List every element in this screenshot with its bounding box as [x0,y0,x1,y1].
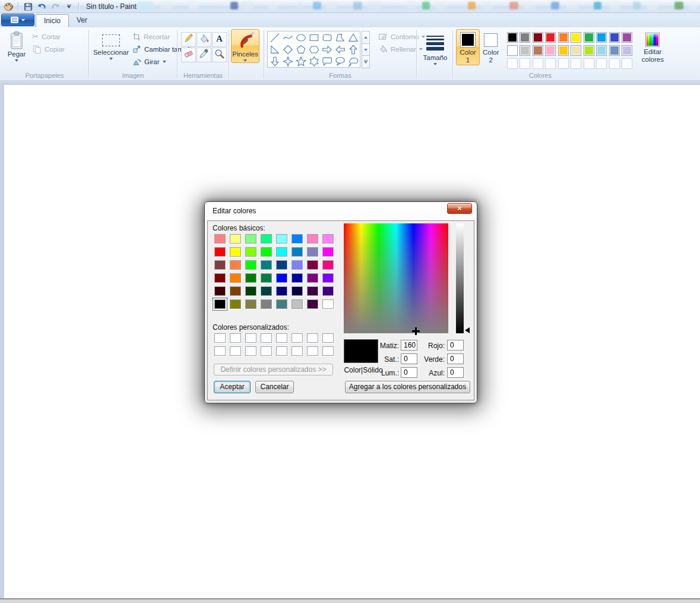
basic-color-swatch[interactable] [276,234,287,244]
palette-empty-slot[interactable] [520,58,530,69]
custom-color-swatch[interactable] [292,346,303,356]
basic-color-swatch[interactable] [245,286,256,296]
shape-rounded-rectangle[interactable] [321,31,334,43]
palette-swatch[interactable] [558,45,569,56]
paste-button[interactable]: Pegar [4,29,30,63]
basic-color-swatch[interactable] [307,299,318,309]
shape-triangle[interactable] [347,31,360,43]
palette-swatch[interactable] [584,45,594,56]
basic-color-swatch[interactable] [230,260,241,270]
palette-swatch[interactable] [533,32,543,43]
green-field[interactable]: 0 [447,353,464,364]
title-bar[interactable]: Sin título - Paint [0,0,700,13]
basic-color-swatch[interactable] [245,273,256,283]
red-field[interactable]: 0 [447,340,464,351]
palette-empty-slot[interactable] [507,58,518,69]
redo-button[interactable] [49,1,61,12]
basic-color-swatch[interactable] [214,286,226,296]
basic-color-swatch[interactable] [322,247,334,257]
palette-empty-slot[interactable] [622,58,632,69]
custom-color-swatch[interactable] [276,346,287,356]
basic-color-swatch[interactable] [230,286,241,296]
custom-color-swatch[interactable] [307,333,318,343]
custom-color-swatch[interactable] [322,333,334,343]
cut-button[interactable]: ✂ Cortar [30,30,67,43]
tool-color-picker-button[interactable] [197,48,211,62]
palette-empty-slot[interactable] [609,58,620,69]
basic-color-swatch[interactable] [214,260,226,270]
qat-customize-dropdown-button[interactable] [63,1,75,12]
palette-swatch[interactable] [609,32,620,43]
basic-color-swatch[interactable] [292,286,303,296]
basic-color-swatch[interactable] [261,299,272,309]
basic-color-swatch[interactable] [261,234,272,244]
basic-color-swatch[interactable] [276,260,287,270]
basic-color-swatch[interactable] [261,286,272,296]
shape-pentagon[interactable] [294,43,308,55]
basic-color-swatch[interactable] [322,260,334,270]
custom-color-swatch[interactable] [230,346,241,356]
shape-arrow-up[interactable] [347,43,360,55]
custom-color-swatch[interactable] [245,346,256,356]
basic-color-swatch[interactable] [276,273,287,283]
basic-color-swatch[interactable] [292,234,303,244]
basic-color-swatch[interactable] [276,286,287,296]
luminance-slider-arrow-icon[interactable] [465,327,470,333]
shape-line[interactable] [268,31,281,43]
shape-callout-oval[interactable] [334,55,347,67]
tool-magnifier-button[interactable] [212,48,227,62]
palette-empty-slot[interactable] [558,58,569,69]
basic-color-swatch[interactable] [292,247,303,257]
shape-arrow-right[interactable] [321,43,334,55]
palette-swatch[interactable] [545,32,556,43]
shape-arrow-down[interactable] [268,55,281,67]
tool-text-button[interactable]: A [212,32,227,47]
hue-saturation-field[interactable] [344,223,448,333]
shape-arrow-left[interactable] [334,43,347,55]
basic-color-swatch[interactable] [307,286,318,296]
basic-color-swatch[interactable] [214,247,226,257]
basic-color-swatch[interactable] [322,234,334,244]
select-button[interactable]: Seleccionar [92,29,130,61]
tab-ver[interactable]: Ver [69,14,95,27]
palette-swatch[interactable] [596,32,607,43]
luminance-bar[interactable] [456,223,464,333]
undo-button[interactable] [36,1,47,12]
custom-color-swatch[interactable] [276,333,287,343]
basic-color-swatch[interactable] [322,286,334,296]
blue-field[interactable]: 0 [447,367,464,378]
basic-color-swatch[interactable] [261,260,272,270]
tool-fill-button[interactable] [197,32,211,47]
size-button[interactable]: Tamaño [420,29,451,67]
palette-swatch[interactable] [584,32,594,43]
palette-swatch[interactable] [622,32,632,43]
shape-right-triangle[interactable] [268,43,281,55]
basic-color-swatch[interactable] [292,260,303,270]
dialog-title[interactable]: Editar colores [213,207,256,215]
custom-color-swatch[interactable] [292,333,303,343]
basic-color-swatch[interactable] [322,273,334,283]
basic-color-swatch[interactable] [292,273,303,283]
tab-inicio[interactable]: Inicio [36,14,69,27]
paint-menu-button[interactable] [1,14,34,26]
custom-color-swatch[interactable] [214,333,226,343]
basic-color-swatch[interactable] [245,299,256,309]
shape-curve[interactable] [281,31,294,43]
shape-callout-rounded[interactable] [321,55,334,67]
palette-swatch[interactable] [596,45,607,56]
cancel-button[interactable]: Cancelar [255,381,294,393]
basic-color-swatch[interactable] [307,273,318,283]
custom-color-swatch[interactable] [261,333,272,343]
edit-colors-button[interactable]: Editar colores [638,29,667,65]
color2-button[interactable]: Color 2 [480,29,502,65]
basic-color-swatch[interactable] [245,234,256,244]
custom-color-swatch[interactable] [214,346,226,356]
shape-rectangle[interactable] [308,31,321,43]
basic-color-swatch[interactable] [322,299,334,309]
palette-swatch[interactable] [545,45,556,56]
ok-button[interactable]: Aceptar [214,381,251,393]
palette-swatch[interactable] [571,45,581,56]
palette-swatch[interactable] [609,45,620,56]
palette-swatch[interactable] [520,32,530,43]
basic-color-swatch[interactable] [245,260,256,270]
